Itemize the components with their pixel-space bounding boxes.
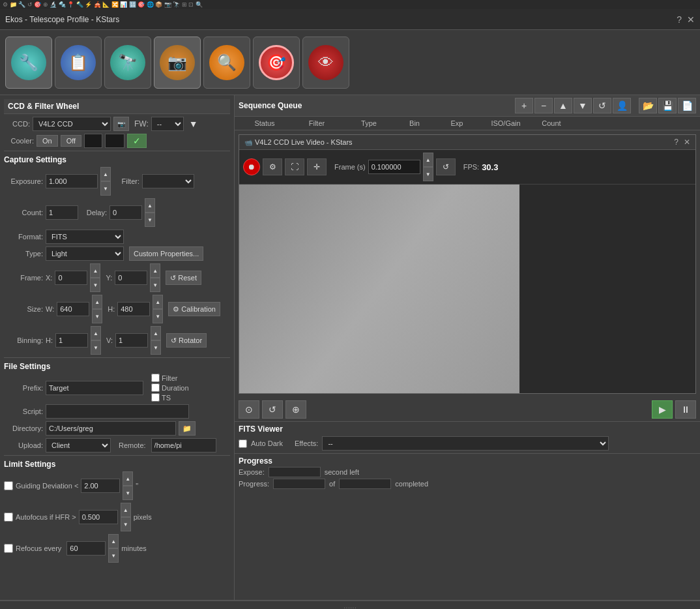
seq-remove-btn[interactable]: − <box>534 98 553 113</box>
refocus-up-btn[interactable]: ▲ <box>108 534 119 548</box>
w-input[interactable] <box>57 302 89 316</box>
y-input[interactable] <box>115 271 147 285</box>
bv-input[interactable] <box>115 333 148 348</box>
frame-value-input[interactable]: 0.100000 <box>368 160 420 174</box>
play-btn[interactable]: ▶ <box>652 400 673 419</box>
seq-add-btn[interactable]: + <box>515 98 533 113</box>
bv-label: V: <box>106 336 113 344</box>
directory-input[interactable] <box>46 421 176 436</box>
autofocus-down-btn[interactable]: ▼ <box>121 517 131 531</box>
seq-save-btn[interactable]: 💾 <box>658 98 677 113</box>
exposure-up-btn[interactable]: ▲ <box>100 167 111 181</box>
format-select[interactable]: FITS <box>46 230 124 244</box>
duration-check[interactable] <box>151 383 160 392</box>
ekos-setup-btn[interactable]: 🔧 <box>5 37 52 89</box>
autofocus-input[interactable] <box>79 510 118 524</box>
autofocus-up-btn[interactable]: ▲ <box>121 503 131 517</box>
filter-select[interactable] <box>142 174 194 188</box>
fw-select[interactable]: -- <box>151 117 184 131</box>
help-button[interactable]: ? <box>677 14 682 25</box>
bv-down-btn[interactable]: ▼ <box>151 340 161 355</box>
y-down-btn[interactable]: ▼ <box>150 278 160 292</box>
h-input[interactable] <box>117 302 150 316</box>
x-down-btn[interactable]: ▼ <box>90 278 100 292</box>
bh-input[interactable] <box>55 333 88 348</box>
effects-select[interactable]: -- <box>322 436 609 451</box>
observatory-btn[interactable]: 👁 <box>302 37 349 89</box>
guide-btn[interactable]: 🔍 <box>203 37 250 89</box>
ccd-icon-btn[interactable]: 📷 <box>113 117 129 131</box>
prefix-input[interactable] <box>46 381 143 395</box>
frame-up-btn[interactable]: ▲ <box>423 153 433 167</box>
ts-check[interactable] <box>151 393 160 402</box>
guiding-deviation-check[interactable] <box>4 481 13 490</box>
delay-input[interactable] <box>109 205 142 220</box>
exposure-input[interactable]: 1.000 <box>46 174 98 188</box>
script-input[interactable] <box>46 404 189 419</box>
count-input[interactable] <box>46 205 78 220</box>
lv-settings-btn[interactable]: ⚙ <box>263 158 282 175</box>
scheduler-btn[interactable]: 📋 <box>55 37 102 89</box>
refocus-input[interactable] <box>66 541 106 556</box>
delay-down-btn[interactable]: ▼ <box>145 213 155 227</box>
cooler-confirm-btn[interactable]: ✓ <box>127 134 147 148</box>
x-up-btn[interactable]: ▲ <box>90 263 100 278</box>
auto-dark-check[interactable] <box>239 439 247 448</box>
ccd-select[interactable]: V4L2 CCD <box>33 117 111 131</box>
guiding-deviation-row: Guiding Deviation < ▲ ▼ " <box>4 471 230 500</box>
h-down-btn[interactable]: ▼ <box>153 309 163 323</box>
live-video-help-btn[interactable]: ? <box>674 138 678 147</box>
exposure-down-btn[interactable]: ▼ <box>100 181 111 196</box>
capture-btn[interactable]: 📷 <box>154 37 201 89</box>
pause-btn[interactable]: ⏸ <box>675 400 696 419</box>
refresh-btn[interactable]: ↺ <box>436 158 456 175</box>
guiding-down-btn[interactable]: ▼ <box>123 486 133 500</box>
guiding-deviation-input[interactable] <box>81 479 120 493</box>
filter-icon-btn[interactable]: ▼ <box>186 119 201 129</box>
guiding-up-btn[interactable]: ▲ <box>123 471 133 486</box>
live-video-close-btn[interactable]: ✕ <box>684 138 690 147</box>
w-up-btn[interactable]: ▲ <box>92 295 102 309</box>
cooler-on-btn[interactable]: On <box>36 135 58 147</box>
reset-btn[interactable]: ↺ Reset <box>166 271 201 285</box>
h-up-btn[interactable]: ▲ <box>153 295 163 309</box>
seq-down-btn[interactable]: ▼ <box>574 98 592 113</box>
bh-up-btn[interactable]: ▲ <box>91 326 101 340</box>
resize-indicator: ...... <box>343 601 357 609</box>
lv-fullscreen-btn[interactable]: ⛶ <box>285 158 304 175</box>
x-input[interactable] <box>55 271 87 285</box>
lv-crosshair-btn[interactable]: ✛ <box>307 158 327 175</box>
bottom-resize-handle[interactable]: ...... <box>0 601 700 609</box>
refocus-check[interactable] <box>4 544 13 553</box>
filter-check[interactable] <box>151 374 160 382</box>
custom-props-btn[interactable]: Custom Properties... <box>129 246 203 261</box>
browse-btn[interactable]: 📁 <box>179 421 196 436</box>
align-btn[interactable]: 🎯 <box>253 37 300 89</box>
seq-up-btn[interactable]: ▲ <box>554 98 572 113</box>
loop-btn[interactable]: ↺ <box>262 400 283 419</box>
bh-down-btn[interactable]: ▼ <box>91 340 101 355</box>
fit-btn[interactable]: ⊙ <box>239 400 259 419</box>
autofocus-check[interactable] <box>4 512 13 522</box>
seq-reset-btn[interactable]: ↺ <box>593 98 611 113</box>
seq-saveas-btn[interactable]: 📄 <box>678 98 696 113</box>
seq-load-btn[interactable]: 📂 <box>639 98 657 113</box>
close-button[interactable]: ✕ <box>687 14 695 25</box>
align-icon-btn[interactable]: ⊕ <box>285 400 306 419</box>
upload-select[interactable]: Client <box>46 438 111 453</box>
seq-spacer <box>632 98 637 113</box>
frame-down-btn[interactable]: ▼ <box>423 167 433 181</box>
rotator-btn[interactable]: ↺ Rotator <box>166 333 207 348</box>
delay-up-btn[interactable]: ▲ <box>145 198 155 213</box>
focus-btn[interactable]: 🔭 <box>104 37 151 89</box>
record-btn[interactable]: ⏺ <box>243 158 260 175</box>
seq-user-btn[interactable]: 👤 <box>613 98 631 113</box>
cooler-off-btn[interactable]: Off <box>61 135 81 147</box>
calibration-btn[interactable]: ⚙ Calibration <box>168 302 220 316</box>
bv-up-btn[interactable]: ▲ <box>151 326 161 340</box>
remote-input[interactable] <box>151 438 216 453</box>
type-select[interactable]: Light <box>46 246 124 261</box>
refocus-down-btn[interactable]: ▼ <box>108 548 119 563</box>
w-down-btn[interactable]: ▼ <box>92 309 102 323</box>
y-up-btn[interactable]: ▲ <box>150 263 160 278</box>
